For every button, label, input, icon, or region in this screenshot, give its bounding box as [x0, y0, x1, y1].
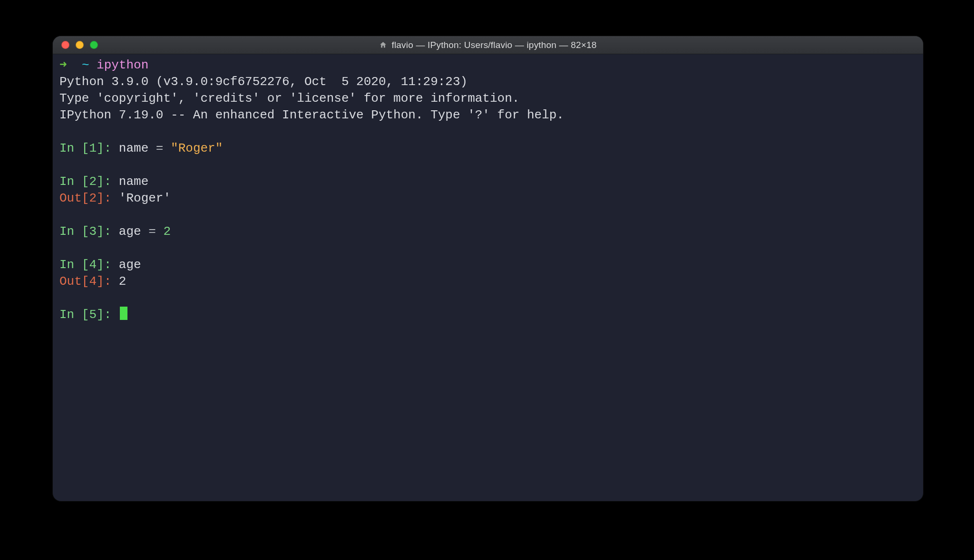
banner-line-3: IPython 7.19.0 -- An enhanced Interactiv… [59, 108, 564, 122]
banner-line-2: Type 'copyright', 'credits' or 'license'… [59, 91, 519, 106]
out-value: 2 [119, 274, 127, 289]
out-label: Out[ [59, 274, 89, 289]
maximize-button[interactable] [90, 41, 98, 49]
code-var: name [119, 141, 156, 155]
in-close: ]: [97, 224, 119, 239]
in-number: 5 [89, 308, 97, 322]
terminal-window: flavio — IPython: Users/flavio — ipython… [52, 36, 924, 502]
close-button[interactable] [61, 41, 69, 49]
code-number: 2 [163, 224, 171, 239]
in-number: 4 [89, 258, 97, 272]
in-close: ]: [97, 308, 119, 322]
in-label: In [ [59, 141, 89, 155]
prompt-cwd: ~ [82, 58, 89, 72]
in-close: ]: [97, 258, 119, 272]
in-close: ]: [97, 174, 119, 189]
in-label: In [ [59, 224, 89, 239]
in-number: 1 [89, 141, 97, 155]
home-icon [379, 41, 387, 49]
code-text: age [119, 258, 141, 272]
in-label: In [ [59, 308, 89, 322]
out-value: 'Roger' [119, 191, 171, 205]
banner-line-1: Python 3.9.0 (v3.9.0:9cf6752276, Oct 5 2… [59, 75, 468, 89]
in-number: 2 [89, 174, 97, 189]
window-title: flavio — IPython: Users/flavio — ipython… [53, 37, 923, 53]
minimize-button[interactable] [76, 41, 84, 49]
code-text: name [119, 174, 148, 189]
prompt-command: ipython [97, 58, 148, 72]
code-var: age [119, 224, 148, 239]
in-label: In [ [59, 258, 89, 272]
out-label: Out[ [59, 191, 89, 205]
prompt-arrow-icon: ➜ [59, 58, 67, 72]
terminal-body[interactable]: ➜ ~ ipython Python 3.9.0 (v3.9.0:9cf6752… [53, 54, 923, 332]
out-close: ]: [97, 191, 119, 205]
out-number: 2 [89, 191, 97, 205]
in-label: In [ [59, 174, 89, 189]
titlebar[interactable]: flavio — IPython: Users/flavio — ipython… [53, 36, 923, 54]
window-title-text: flavio — IPython: Users/flavio — ipython… [391, 37, 596, 53]
in-number: 3 [89, 224, 97, 239]
out-close: ]: [97, 274, 119, 289]
code-eq: = [148, 224, 163, 239]
code-string: "Roger" [171, 141, 223, 155]
code-eq: = [156, 141, 171, 155]
terminal-content[interactable]: ➜ ~ ipython Python 3.9.0 (v3.9.0:9cf6752… [59, 57, 916, 323]
window-controls [53, 41, 98, 49]
in-close: ]: [97, 141, 119, 155]
cursor-block-icon [120, 307, 127, 320]
out-number: 4 [89, 274, 97, 289]
